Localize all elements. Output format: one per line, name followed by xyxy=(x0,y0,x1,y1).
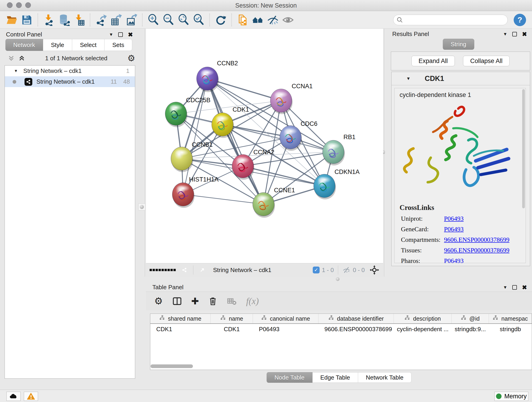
network-canvas[interactable]: CCNB2CCNA1CDC25BCDK1CDC6RB1CCNB1CCNA2CDK… xyxy=(146,29,383,263)
tab-style[interactable]: Style xyxy=(43,39,72,51)
table-cell[interactable]: stringdb xyxy=(489,324,532,334)
search-input[interactable] xyxy=(403,15,504,25)
show-columns-icon[interactable] xyxy=(172,296,182,306)
import-table-button[interactable] xyxy=(71,13,87,27)
entry-collapse-icon[interactable]: ▼ xyxy=(406,76,411,81)
edge-CCNB2-CCNE1[interactable] xyxy=(207,79,264,204)
panel-menu-icon[interactable]: ▼ xyxy=(503,285,507,290)
node-HIST1H1A[interactable]: HIST1H1A xyxy=(172,176,219,208)
show-all-button[interactable] xyxy=(280,13,296,27)
network-options-gear-icon[interactable]: ⚙ xyxy=(127,54,135,63)
export-image-button[interactable] xyxy=(124,13,139,27)
crosslink-link[interactable]: 9606.ENSP00000378699 xyxy=(444,236,509,243)
help-button[interactable]: ? xyxy=(514,14,526,26)
open-session-button[interactable] xyxy=(4,13,19,27)
crosslink-link[interactable]: P06493 xyxy=(444,257,464,263)
bottom-splitter-handle[interactable] xyxy=(336,277,340,281)
zoom-selected-button[interactable] xyxy=(191,13,206,27)
detach-view-icon[interactable] xyxy=(197,265,207,275)
panel-menu-icon[interactable]: ▼ xyxy=(503,32,507,37)
network-collection-row[interactable]: ▼ String Network – cdk1 1 xyxy=(5,65,135,76)
node-CCNB2[interactable]: CCNB2 xyxy=(196,60,238,92)
first-neighbors-button[interactable] xyxy=(250,13,265,27)
crosslink-link[interactable]: P06493 xyxy=(444,225,464,233)
zoom-selected-icon xyxy=(193,14,205,26)
tab-network-table[interactable]: Network Table xyxy=(358,372,412,383)
tab-string[interactable]: String xyxy=(443,39,474,50)
left-splitter[interactable] xyxy=(145,29,145,277)
network-graph[interactable]: CCNB2CCNA1CDC25BCDK1CDC6RB1CCNB1CCNA2CDK… xyxy=(146,29,383,263)
selected-checkbox-icon[interactable]: ✓ xyxy=(313,267,320,274)
table-cell[interactable]: stringdb:9... xyxy=(452,324,489,334)
expand-all-networks-icon[interactable] xyxy=(18,55,25,62)
zoom-fit-button[interactable] xyxy=(176,13,191,27)
column-header-description[interactable]: description xyxy=(394,314,452,323)
column-header-canonical-name[interactable]: canonical name xyxy=(253,314,318,323)
table-row[interactable]: CDK1CDK1P064939606.ENSP00000378699cyclin… xyxy=(150,324,532,334)
import-network-database-button[interactable] xyxy=(56,13,71,27)
panel-float-icon[interactable] xyxy=(512,285,517,290)
edge-HIST1H1A-CCNE1[interactable] xyxy=(183,194,264,204)
node-CCNB1[interactable]: CCNB1 xyxy=(171,141,213,172)
table-cell[interactable]: cyclin-dependent ... xyxy=(394,324,452,334)
table-horizontal-scrollbar[interactable] xyxy=(151,364,193,368)
crosslink-link[interactable]: P06493 xyxy=(444,215,464,222)
copy-network-button[interactable] xyxy=(235,13,250,27)
entry-header[interactable]: ▼ CDK1 xyxy=(392,72,530,85)
panel-close-icon[interactable]: ✖ xyxy=(128,32,133,38)
tab-node-table[interactable]: Node Table xyxy=(266,372,312,383)
toolbar-separator xyxy=(38,13,38,26)
column-header-namespac[interactable]: namespac xyxy=(489,314,532,323)
tab-edge-table[interactable]: Edge Table xyxy=(312,372,358,383)
node-CDKN1A[interactable]: CDKN1A xyxy=(314,168,360,199)
panel-float-icon[interactable] xyxy=(512,32,517,36)
crosslink-row: Uniprot:P06493 xyxy=(401,215,526,222)
table-cell[interactable]: CDK1 xyxy=(150,324,210,334)
cloud-status-button[interactable] xyxy=(6,392,21,401)
save-session-button[interactable] xyxy=(19,13,34,27)
collapse-all-networks-icon[interactable] xyxy=(8,55,15,62)
function-builder-button[interactable]: f(x) xyxy=(246,296,259,306)
network-row[interactable]: String Network – cdk1 11 48 xyxy=(5,76,135,87)
collapse-all-button[interactable]: Collapse All xyxy=(463,56,510,66)
table-cell[interactable]: 9606.ENSP00000378699 xyxy=(318,324,394,334)
tab-sets[interactable]: Sets xyxy=(104,39,132,51)
collection-expand-icon[interactable]: ▼ xyxy=(14,69,18,73)
import-network-file-button[interactable] xyxy=(41,13,56,27)
node-RB1[interactable]: RB1 xyxy=(323,134,355,166)
refresh-view-button[interactable] xyxy=(213,13,228,27)
birds-eye-view-icon[interactable] xyxy=(150,269,176,271)
memory-button[interactable]: Memory xyxy=(494,392,528,401)
panel-float-icon[interactable] xyxy=(118,32,123,37)
export-network-button[interactable] xyxy=(94,13,109,27)
add-column-plus-icon[interactable]: ✚ xyxy=(191,296,199,306)
crosslink-link[interactable]: 9606.ENSP00000378699 xyxy=(444,247,509,254)
column-header-database-identifier[interactable]: database identifier xyxy=(318,314,394,323)
delete-table-icon[interactable] xyxy=(227,296,237,306)
zoom-in-button[interactable] xyxy=(146,13,161,27)
fit-selected-crosshair-icon[interactable] xyxy=(369,265,380,275)
table-settings-gear-icon[interactable]: ⚙ xyxy=(154,295,163,307)
panel-close-icon[interactable]: ✖ xyxy=(522,31,527,37)
expand-all-button[interactable]: Expand All xyxy=(412,56,455,66)
delete-column-trash-icon[interactable] xyxy=(208,296,218,306)
results-scrollbar[interactable] xyxy=(522,89,525,208)
column-header-shared-name[interactable]: shared name xyxy=(150,314,210,323)
node-CCNA1[interactable]: CCNA1 xyxy=(270,83,313,114)
warnings-button[interactable] xyxy=(24,392,38,401)
left-splitter-handle[interactable] xyxy=(138,204,145,211)
hide-selected-button[interactable] xyxy=(265,13,280,27)
tab-select[interactable]: Select xyxy=(72,39,104,51)
column-header-@id[interactable]: @id xyxy=(452,314,489,323)
table-cell[interactable]: P06493 xyxy=(253,324,318,334)
entry-body: cyclin-dependent kinase 1 xyxy=(394,88,526,263)
panel-menu-icon[interactable]: ▼ xyxy=(109,32,113,37)
network-overview-icon[interactable] xyxy=(180,265,189,274)
export-table-button[interactable] xyxy=(109,13,124,27)
node-CCNE1[interactable]: CCNE1 xyxy=(253,187,295,218)
panel-close-icon[interactable]: ✖ xyxy=(522,284,527,290)
column-header-name[interactable]: name xyxy=(210,314,253,323)
tab-network[interactable]: Network xyxy=(5,39,43,51)
zoom-out-button[interactable] xyxy=(161,13,176,27)
table-cell[interactable]: CDK1 xyxy=(210,324,253,334)
